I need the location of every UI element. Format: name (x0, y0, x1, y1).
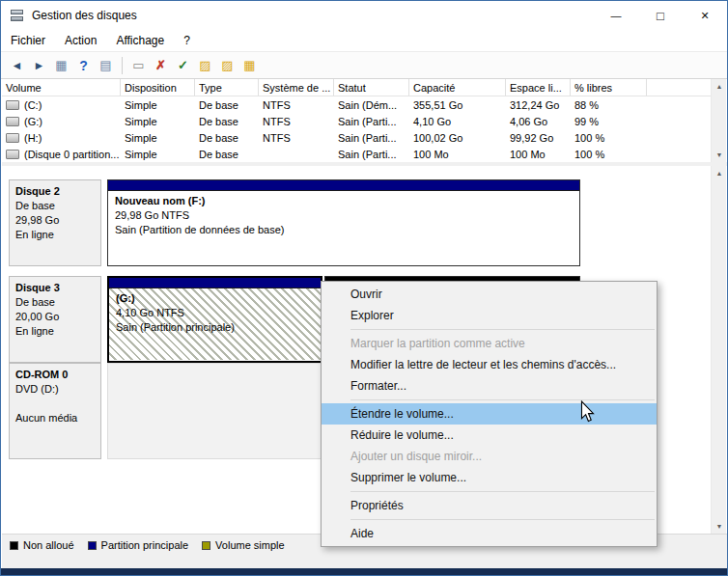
col-statut[interactable]: Statut (334, 79, 409, 96)
disk-status: Aucun média (15, 411, 95, 425)
disk-size: 20,00 Go (15, 310, 95, 324)
menu-help[interactable]: ? (174, 31, 200, 50)
unallocated-swatch (10, 541, 18, 550)
col-pct-libres[interactable]: % libres (571, 79, 647, 96)
menu-separator (350, 519, 655, 520)
console-tree-icon[interactable]: ▦ (50, 55, 72, 76)
update-icon[interactable]: ▭ (127, 55, 150, 76)
scroll-up-icon[interactable]: ▲ (712, 79, 727, 94)
menu-affichage[interactable]: Affichage (106, 31, 174, 50)
partition-type-band (108, 180, 579, 191)
cell-pct-libres: 88 % (571, 99, 647, 111)
legend-volume-simple: Volume simple (202, 539, 285, 551)
menu-item-proprietes[interactable]: Propriétés (322, 495, 657, 516)
scroll-down-icon[interactable]: ▼ (712, 148, 727, 162)
volume-list-scrollbar[interactable]: ▲ ▼ (711, 79, 726, 162)
volume-row-h[interactable]: (H:) Simple De base NTFS Sain (Parti... … (2, 129, 713, 146)
cell-pct-libres: 100 % (571, 132, 647, 144)
menu-item-formater[interactable]: Formater... (322, 375, 657, 397)
col-filesystem[interactable]: Système de ... (259, 79, 334, 96)
volume-row-g[interactable]: (G:) Simple De base NTFS Sain (Parti... … (2, 113, 713, 129)
col-type[interactable]: Type (195, 79, 259, 96)
maximize-button[interactable]: □ (638, 1, 683, 30)
col-disposition[interactable]: Disposition (121, 79, 195, 96)
menu-item-modifier-lettre[interactable]: Modifier la lettre de lecteur et les che… (322, 354, 657, 375)
scroll-up-icon[interactable]: ▲ (712, 166, 727, 180)
close-button[interactable]: ✕ (683, 1, 727, 30)
col-espace-libre[interactable]: Espace li... (506, 79, 571, 96)
menu-item-ajouter-miroir: Ajouter un disque miroir... (322, 446, 657, 467)
toolbar: ◄ ► ▦ ? ▤ ▭ ✗ ✓ ▨ ▨ ▦ (1, 51, 727, 79)
partition-g-selected[interactable]: (G:) 4,10 Go NTFS Sain (Partition princi… (107, 276, 322, 363)
drive-icon (6, 117, 19, 126)
disk-panel-disque-3[interactable]: Disque 3 De base 20,00 Go En ligne (9, 276, 101, 363)
cell-type: De base (195, 132, 259, 144)
cell-pct-libres: 99 % (571, 116, 647, 127)
pane-splitter[interactable] (2, 162, 728, 166)
cell-statut: Sain (Parti... (334, 132, 409, 144)
partition-f[interactable]: Nouveau nom (F:) 29,98 Go NTFS Sain (Par… (107, 179, 580, 266)
cell-filesystem: NTFS (259, 99, 334, 111)
menu-bar: Fichier Action Affichage ? (1, 30, 727, 51)
disk-management-app-icon (10, 8, 25, 23)
minimize-button[interactable]: — (594, 1, 638, 30)
menu-item-supprimer-volume[interactable]: Supprimer le volume... (322, 467, 657, 488)
forward-icon[interactable]: ► (28, 55, 50, 76)
cell-disposition: Simple (121, 149, 195, 160)
window-title: Gestion des disques (32, 9, 137, 22)
cell-disposition: Simple (121, 132, 195, 144)
folder-icon[interactable]: ▨ (216, 55, 238, 76)
menu-item-aide[interactable]: Aide (322, 523, 657, 544)
title-bar: Gestion des disques — □ ✕ (1, 1, 727, 30)
volume-name: (H:) (24, 132, 42, 144)
disk-name: Disque 2 (15, 185, 95, 197)
cell-espace-libre: 99,92 Go (506, 132, 571, 144)
partition-context-menu: Ouvrir Explorer Marquer la partition com… (321, 281, 658, 547)
action-pane-icon[interactable]: ▤ (95, 55, 117, 76)
menu-fichier[interactable]: Fichier (1, 31, 55, 50)
browse-icon[interactable]: ▨ (194, 55, 216, 76)
drive-icon (6, 100, 19, 110)
help-icon[interactable]: ? (72, 55, 95, 76)
col-volume[interactable]: Volume (2, 79, 121, 96)
volume-name: (C:) (24, 99, 42, 111)
toolbar-separator (122, 57, 123, 74)
cell-type: De base (195, 116, 259, 127)
menu-item-ouvrir[interactable]: Ouvrir (322, 284, 657, 305)
cell-espace-libre: 312,24 Go (506, 99, 571, 111)
disk-view-scrollbar[interactable]: ▲ ▼ (711, 166, 726, 534)
window-bottom-border (1, 568, 727, 575)
partition-size: 29,98 Go NTFS (115, 208, 573, 223)
menu-action[interactable]: Action (55, 31, 106, 50)
cell-capacite: 100 Mo (409, 149, 506, 160)
disk-name: Disque 3 (15, 282, 95, 293)
cell-disposition: Simple (121, 99, 195, 111)
disk-size: 29,98 Go (15, 213, 95, 228)
cell-statut: Sain (Dém... (334, 99, 409, 111)
cell-espace-libre: 4,06 Go (506, 116, 571, 127)
cell-capacite: 4,10 Go (409, 116, 506, 127)
view-icon[interactable]: ▦ (238, 55, 261, 76)
scroll-down-icon[interactable]: ▼ (712, 519, 727, 534)
col-capacite[interactable]: Capacité (409, 79, 506, 96)
disk-management-window: Gestion des disques — □ ✕ Fichier Action… (0, 0, 728, 576)
check-icon[interactable]: ✓ (172, 55, 194, 76)
volume-table-header: Volume Disposition Type Système de ... S… (2, 79, 713, 96)
back-icon[interactable]: ◄ (6, 55, 28, 76)
cell-pct-libres: 100 % (571, 149, 647, 160)
menu-item-reduire-volume[interactable]: Réduire le volume... (322, 425, 657, 446)
volume-row-disque0[interactable]: (Disque 0 partition... Simple De base Sa… (2, 146, 713, 162)
disk-kind: DVD (D:) (15, 382, 95, 397)
cell-filesystem: NTFS (259, 132, 334, 144)
cell-filesystem: NTFS (259, 116, 334, 127)
disk-panel-cdrom-0[interactable]: CD-ROM 0 DVD (D:) Aucun média (9, 363, 101, 459)
disk-panel-disque-2[interactable]: Disque 2 De base 29,98 Go En ligne (9, 179, 101, 266)
volume-row-c[interactable]: (C:) Simple De base NTFS Sain (Dém... 35… (2, 96, 713, 113)
delete-volume-icon[interactable]: ✗ (150, 55, 172, 76)
menu-item-explorer[interactable]: Explorer (322, 305, 657, 326)
drive-icon (6, 133, 19, 143)
disk-name: CD-ROM 0 (15, 369, 95, 380)
menu-item-etendre-volume[interactable]: Étendre le volume... (322, 403, 657, 425)
partition-label: Nouveau nom (F:) (115, 194, 573, 208)
volume-name: (Disque 0 partition... (24, 149, 119, 160)
